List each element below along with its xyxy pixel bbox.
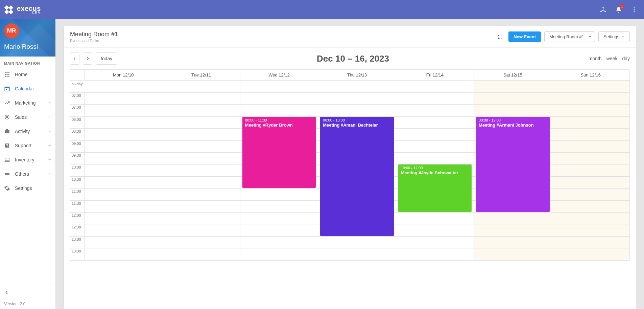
laptop-icon <box>4 157 10 163</box>
view-week[interactable]: week <box>606 56 618 61</box>
collapse-sidebar-icon[interactable] <box>4 288 9 299</box>
calendar-event[interactable]: 08:00 - 11:00Meeting #Ryder Brown <box>242 117 316 188</box>
day-header[interactable]: Sun 12/16 <box>552 70 629 80</box>
settings-button[interactable]: Settings <box>598 31 630 42</box>
svg-rect-10 <box>5 72 6 73</box>
today-button[interactable]: today <box>96 52 117 65</box>
svg-rect-16 <box>5 76 6 77</box>
brand-suffix: CRM <box>17 11 41 15</box>
plus-icon[interactable]: + <box>48 129 51 134</box>
day-header[interactable]: Mon 12/10 <box>85 70 162 80</box>
plus-icon[interactable]: + <box>48 143 51 148</box>
calendar-event[interactable]: 08:00 - 12:00Meeting #Armani Johnson <box>476 117 549 212</box>
time-label: 10:30 <box>70 177 85 189</box>
plus-icon[interactable]: + <box>48 171 51 177</box>
gear-icon <box>4 185 10 191</box>
svg-rect-17 <box>7 76 8 77</box>
svg-rect-0 <box>4 5 9 10</box>
nav-inventory[interactable]: Inventory + <box>0 153 55 167</box>
day-header[interactable]: Fri 12/14 <box>396 70 474 80</box>
allday-cell[interactable] <box>396 81 474 92</box>
event-title: Meeting #Armani Johnson <box>479 123 547 128</box>
new-event-button[interactable]: New Event <box>508 31 541 42</box>
nav-marketing[interactable]: Marketing + <box>0 96 55 110</box>
nav-settings[interactable]: Settings <box>0 181 55 195</box>
svg-rect-20 <box>5 87 9 88</box>
day-header[interactable]: Sat 12/15 <box>474 70 552 80</box>
time-label: 13:00 <box>70 237 85 248</box>
view-day[interactable]: day <box>622 56 630 61</box>
briefcase-icon <box>4 128 10 134</box>
allday-cell[interactable] <box>318 81 396 92</box>
plus-icon[interactable]: + <box>48 100 51 106</box>
allday-label: all-day <box>70 81 85 92</box>
calendar-head: Mon 12/10Tue 12/11Wed 12/12Thu 12/13Fri … <box>70 70 629 81</box>
nav-home[interactable]: Home <box>0 67 55 82</box>
panel: Meeting Room #1 Events and Tasks New Eve… <box>64 26 636 309</box>
logo-icon <box>3 4 14 15</box>
allday-row: all-day <box>70 81 629 93</box>
day-column[interactable]: 08:00 - 12:00Meeting #Armani Johnson <box>474 93 552 260</box>
svg-point-4 <box>602 6 604 8</box>
time-label: 09:30 <box>70 153 85 164</box>
svg-rect-28 <box>5 158 9 161</box>
prev-button[interactable] <box>70 52 79 65</box>
day-column[interactable]: 10:00 - 12:00Meeting #Jayde Schowalter <box>396 93 474 260</box>
calendar-event[interactable]: 08:00 - 13:00Meeting #Amani Bechtelar <box>320 117 393 236</box>
svg-rect-12 <box>8 72 9 73</box>
day-column[interactable] <box>162 93 240 260</box>
allday-cell[interactable] <box>85 81 162 92</box>
allday-cell[interactable] <box>162 81 240 92</box>
nav-label: Home <box>15 72 27 77</box>
nav-others[interactable]: Others + <box>0 167 55 181</box>
view-month[interactable]: month <box>589 56 602 61</box>
day-column[interactable] <box>85 93 162 260</box>
event-title: Meeting #Amani Bechtelar <box>323 123 391 128</box>
calendar-toolbar: today Dec 10 – 16, 2023 month week day <box>64 48 636 69</box>
day-header[interactable]: Wed 12/12 <box>240 70 318 80</box>
day-column[interactable]: 08:00 - 13:00Meeting #Amani Bechtelar <box>318 93 396 260</box>
logo[interactable]: execus CRM <box>3 4 41 15</box>
today-label: today <box>101 56 112 61</box>
allday-cell[interactable] <box>552 81 629 92</box>
nav-sales[interactable]: Sales + <box>0 110 55 124</box>
day-header[interactable]: Tue 12/11 <box>162 70 240 80</box>
next-button[interactable] <box>83 52 92 65</box>
svg-point-8 <box>634 9 635 10</box>
notification-badge: 1 <box>620 4 624 9</box>
time-label: 09:00 <box>70 141 85 153</box>
calendar-event[interactable]: 10:00 - 12:00Meeting #Jayde Schowalter <box>398 164 472 212</box>
event-title: Meeting #Ryder Brown <box>245 123 313 128</box>
hub-icon[interactable] <box>599 6 607 14</box>
event-time: 10:00 - 12:00 <box>401 166 469 170</box>
profile-name: Mario Rossi <box>4 43 51 50</box>
avatar[interactable]: MR <box>4 23 19 38</box>
more-icon[interactable] <box>630 6 638 14</box>
time-label: 11:00 <box>70 189 85 200</box>
main: Meeting Room #1 Events and Tasks New Eve… <box>56 19 644 309</box>
plus-icon[interactable]: + <box>48 157 51 162</box>
day-column[interactable] <box>552 93 629 260</box>
room-selector[interactable]: Meeting Room #1 <box>544 31 595 42</box>
time-label: 12:30 <box>70 224 85 236</box>
notifications-icon[interactable]: 1 <box>615 6 622 14</box>
version-label: Version: 2.0 <box>4 302 51 306</box>
dots-icon <box>4 171 10 177</box>
day-column[interactable]: 08:00 - 11:00Meeting #Ryder Brown <box>240 93 318 260</box>
allday-cell[interactable] <box>474 81 552 92</box>
day-header[interactable]: Thu 12/13 <box>318 70 396 80</box>
calendar-scroll[interactable]: Mon 12/10Tue 12/11Wed 12/12Thu 12/13Fri … <box>64 69 636 309</box>
sidebar: MR Mario Rossi MAIN NAVIGATION Home Cale… <box>0 19 56 309</box>
allday-cell[interactable] <box>240 81 318 92</box>
time-label: 12:00 <box>70 213 85 224</box>
page-title: Meeting Room #1 <box>70 31 118 38</box>
nav-activity[interactable]: Activity + <box>0 124 55 138</box>
plus-icon[interactable]: + <box>48 114 51 120</box>
new-event-label: New Event <box>514 34 536 39</box>
svg-rect-3 <box>8 9 13 14</box>
nav-calendar[interactable]: Calendar <box>0 82 55 96</box>
nav-support[interactable]: ? Support + <box>0 138 55 153</box>
fullscreen-icon[interactable] <box>496 32 505 42</box>
svg-rect-1 <box>8 5 13 10</box>
nav-label: Settings <box>15 185 32 191</box>
